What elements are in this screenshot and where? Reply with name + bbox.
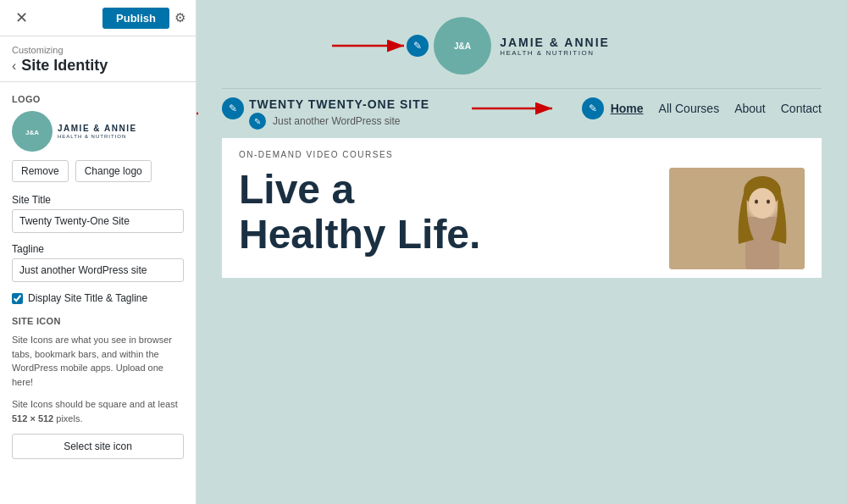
nav-section: ✎ TWENTY TWENTY-ONE SITE ✎ Just another … <box>197 89 847 138</box>
close-button[interactable]: ✕ <box>10 7 33 29</box>
tagline-label: Tagline <box>12 243 184 255</box>
svg-text:J&A: J&A <box>25 129 39 136</box>
settings-button[interactable]: ⚙ <box>174 10 185 25</box>
site-icon-label: Site Icon <box>12 316 184 326</box>
logo-row: J&A JAMIE & ANNIE HEALTH & NUTRITION <box>12 111 184 152</box>
hero-text: Live a Healthy Life. <box>239 168 652 269</box>
site-title-col: TWENTY TWENTY-ONE SITE ✎ Just another Wo… <box>249 97 429 130</box>
arrow-nav <box>472 99 565 118</box>
site-header: ✎ J&A JAMIE & ANNIE HEALTH & NUTRITION <box>197 0 847 88</box>
site-preview: ✎ J&A JAMIE & ANNIE HEALTH & NUTRITION <box>197 0 847 504</box>
svg-rect-10 <box>745 217 779 269</box>
logo-brand-sub: HEALTH & NUTRITION <box>58 134 137 139</box>
logo-buttons: Remove Change logo <box>12 160 184 182</box>
site-icon-desc2: Site Icons should be square and at least… <box>12 397 184 425</box>
on-demand-label: ON-DEMAND VIDEO COURSES <box>239 150 805 159</box>
panel-content: Logo J&A JAMIE & ANNIE HEALTH & NUTRITIO… <box>0 82 196 504</box>
arrow-title <box>197 104 213 123</box>
site-tagline-preview: Just another WordPress site <box>273 115 401 127</box>
tagline-edit-pencil[interactable]: ✎ <box>249 113 266 130</box>
publish-area: Publish ⚙ <box>102 8 185 29</box>
remove-logo-button[interactable]: Remove <box>12 160 69 182</box>
logo-edit-pencil[interactable]: ✎ <box>407 35 429 57</box>
nav-link-home[interactable]: Home <box>611 102 644 115</box>
back-row: ‹ Site Identity <box>12 57 184 75</box>
nav-links: Home All Courses About Contact <box>611 102 822 115</box>
nav-link-all-courses[interactable]: All Courses <box>659 102 720 115</box>
logo-circle-icon: J&A <box>19 119 45 144</box>
logo-preview: J&A JAMIE & ANNIE HEALTH & NUTRITION <box>12 111 184 152</box>
logo-brand-name: JAMIE & ANNIE <box>58 124 137 134</box>
logo-section-label: Logo <box>12 94 184 104</box>
customizing-label: Customizing <box>12 45 184 55</box>
publish-button[interactable]: Publish <box>102 8 169 29</box>
svg-point-14 <box>767 200 770 204</box>
hero-image-placeholder <box>669 168 805 269</box>
preview-logo-circle: J&A <box>434 17 491 75</box>
site-logo-area: ✎ J&A JAMIE & ANNIE HEALTH & NUTRITION <box>434 17 610 75</box>
title-edit-pencil[interactable]: ✎ <box>222 97 244 119</box>
preview-logo-name: JAMIE & ANNIE <box>500 36 610 49</box>
display-title-label: Display Site Title & Tagline <box>28 292 147 304</box>
change-logo-button[interactable]: Change logo <box>75 160 152 182</box>
logo-circle: J&A <box>12 111 53 152</box>
site-tagline-row: ✎ Just another WordPress site <box>249 113 429 130</box>
nav-edit-pencil[interactable]: ✎ <box>582 97 604 119</box>
display-title-checkbox[interactable] <box>12 293 23 304</box>
site-title-preview: TWENTY TWENTY-ONE SITE <box>249 97 429 111</box>
hero-row: Live a Healthy Life. <box>239 168 805 269</box>
arrow-logo <box>332 33 417 58</box>
preview-logo-sub: HEALTH & NUTRITION <box>500 49 610 57</box>
select-site-icon-button[interactable]: Select site icon <box>12 434 184 459</box>
site-title-label: Site Title <box>12 194 184 206</box>
breadcrumb: Customizing ‹ Site Identity <box>0 36 196 82</box>
customizer-panel: ✕ Publish ⚙ Customizing ‹ Site Identity … <box>0 0 197 504</box>
site-body: ON-DEMAND VIDEO COURSES Live a Healthy L… <box>222 138 822 278</box>
nav-link-contact[interactable]: Contact <box>781 102 822 115</box>
logo-text: JAMIE & ANNIE HEALTH & NUTRITION <box>58 124 137 139</box>
nav-link-about[interactable]: About <box>734 102 766 115</box>
top-bar: ✕ Publish ⚙ <box>0 0 196 36</box>
tagline-input[interactable] <box>12 258 184 282</box>
svg-point-12 <box>749 188 776 219</box>
svg-point-13 <box>755 200 758 204</box>
nav-links-area: ✎ Home All Courses About Contact <box>582 97 822 119</box>
site-title-area: ✎ TWENTY TWENTY-ONE SITE ✎ Just another … <box>222 97 429 130</box>
hero-image <box>669 168 805 269</box>
back-button[interactable]: ‹ <box>12 58 16 74</box>
display-title-checkbox-row: Display Site Title & Tagline <box>12 292 184 304</box>
preview-logo-right: JAMIE & ANNIE HEALTH & NUTRITION <box>500 36 610 57</box>
site-icon-desc1: Site Icons are what you see in browser t… <box>12 333 184 389</box>
preview-logo-icon: J&A <box>446 29 479 63</box>
panel-title: Site Identity <box>21 57 108 75</box>
hero-title-line1: Live a Healthy Life. <box>239 168 652 258</box>
site-title-input[interactable] <box>12 209 184 233</box>
svg-text:J&A: J&A <box>454 42 471 51</box>
